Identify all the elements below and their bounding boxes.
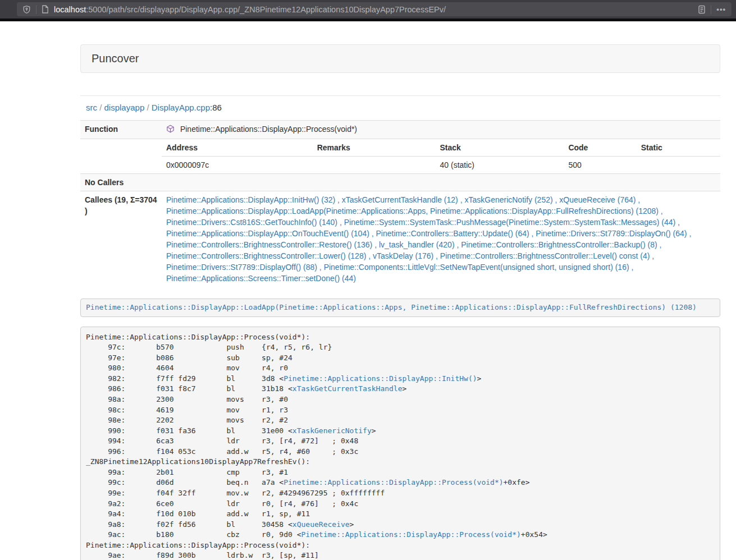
code-value: 500	[564, 157, 636, 174]
callee-link[interactable]: Pinetime::Applications::DisplayApp::OnTo…	[166, 229, 369, 238]
breadcrumb-separator: /	[144, 103, 152, 112]
metrics-cell: Address Remarks Stack Code Static 0x0000…	[162, 139, 720, 174]
metrics-row: Address Remarks Stack Code Static 0x0000…	[80, 139, 720, 174]
callee-separator: ,	[636, 195, 640, 204]
callee-separator: ,	[335, 195, 342, 204]
reader-mode-icon[interactable]	[698, 5, 706, 14]
breadcrumb-separator: /	[97, 103, 104, 112]
callee-link[interactable]: Pinetime::Controllers::BrightnessControl…	[461, 240, 657, 249]
address-value: 0x0000097c	[162, 157, 313, 174]
brand-title: Puncover	[92, 52, 139, 65]
callee-link[interactable]: Pinetime::Drivers::Cst816S::GetTouchInfo…	[166, 218, 337, 227]
no-callers-label: No Callers	[80, 174, 162, 191]
callee-separator: ,	[372, 240, 379, 249]
assembly-symbol-link[interactable]: xQueueReceive	[292, 520, 350, 529]
function-name: Pinetime::Applications::DisplayApp::Proc…	[180, 125, 357, 134]
function-name-cell: Pinetime::Applications::DisplayApp::Proc…	[162, 121, 720, 139]
callee-link[interactable]: Pinetime::Controllers::BrightnessControl…	[166, 251, 366, 260]
callees-row: Callees (19, Σ=3704 ) Pinetime::Applicat…	[80, 191, 720, 287]
snippet-box: Pinetime::Applications::DisplayApp::Load…	[80, 299, 720, 317]
callee-link[interactable]: Pinetime::Controllers::Battery::Update()…	[376, 229, 529, 238]
callees-label: Callees (19, Σ=3704 )	[80, 191, 162, 287]
function-row: Function Pinetime::Applications::Display…	[80, 121, 720, 139]
cube-icon	[166, 126, 177, 135]
urlbar-divider	[36, 5, 36, 14]
function-label: Function	[80, 121, 162, 139]
no-callers-row: No Callers	[80, 174, 720, 191]
brand-panel: Puncover	[80, 44, 720, 73]
urlbar-divider-2	[711, 5, 711, 14]
callee-link[interactable]: vTaskDelay (176)	[373, 251, 433, 260]
callee-link[interactable]: Pinetime::Applications::DisplayApp::Load…	[166, 206, 659, 215]
assembly-symbol-link[interactable]: Pinetime::Applications::DisplayApp::Init…	[284, 374, 477, 383]
callee-link[interactable]: Pinetime::Drivers::St7789::DisplayOff() …	[166, 263, 317, 272]
callee-link[interactable]: xQueueReceive (764)	[559, 195, 636, 204]
column-header-remarks: Remarks	[313, 139, 436, 157]
callee-separator: ,	[629, 263, 634, 272]
callee-link[interactable]: lv_task_handler (420)	[379, 240, 455, 249]
callee-link[interactable]: xTaskGenericNotify (252)	[464, 195, 552, 204]
symbol-table: Function Pinetime::Applications::Display…	[80, 120, 720, 287]
column-header-address: Address	[162, 139, 313, 157]
url-text: localhost:5000/path/src/displayapp/Displ…	[54, 5, 693, 14]
callee-separator: ,	[458, 195, 465, 204]
breadcrumb-link[interactable]: DisplayApp.cpp	[152, 103, 210, 112]
callee-separator: ,	[687, 229, 692, 238]
callee-separator: ,	[317, 263, 324, 272]
callees-cell: Pinetime::Applications::DisplayApp::Init…	[162, 191, 720, 287]
url-host: localhost	[54, 5, 86, 14]
divider	[80, 95, 720, 96]
callee-separator: ,	[657, 240, 662, 249]
column-header-static: Static	[637, 139, 720, 157]
url-bar[interactable]: localhost:5000/path/src/displayapp/Displ…	[17, 2, 732, 16]
assembly-symbol-link[interactable]: xTaskGenericNotify	[292, 426, 372, 435]
page-info-icon[interactable]	[42, 5, 49, 13]
column-header-stack: Stack	[436, 139, 564, 157]
breadcrumb-link[interactable]: src	[86, 103, 97, 112]
chrome-bottom-strip	[0, 19, 736, 21]
stack-value: 40 (static)	[436, 157, 564, 174]
remarks-value	[313, 157, 436, 174]
browser-toolbar: localhost:5000/path/src/displayapp/Displ…	[0, 0, 736, 19]
callee-separator: ,	[675, 218, 680, 227]
callee-separator: ,	[553, 195, 560, 204]
snippet-link[interactable]: Pinetime::Applications::DisplayApp::Load…	[86, 303, 697, 311]
page-container: Puncover src / displayapp / DisplayApp.c…	[80, 44, 720, 560]
callee-link[interactable]: Pinetime::Components::LittleVgl::SetNewT…	[324, 263, 629, 272]
breadcrumb-line-number: :86	[210, 103, 222, 112]
column-header-code: Code	[564, 139, 636, 157]
callee-separator: ,	[337, 218, 344, 227]
assembly-symbol-link[interactable]: Pinetime::Applications::DisplayApp::Proc…	[284, 478, 503, 486]
assembly-symbol-link[interactable]: Pinetime::Applications::DisplayApp::Proc…	[301, 530, 521, 539]
callee-link[interactable]: Pinetime::Controllers::BrightnessControl…	[166, 240, 372, 249]
breadcrumb-link[interactable]: displayapp	[104, 103, 145, 112]
assembly-symbol-link[interactable]: xTaskGetCurrentTaskHandle	[292, 384, 403, 393]
static-value	[637, 157, 720, 174]
metrics-values-row: 0x0000097c 40 (static) 500	[162, 157, 720, 174]
breadcrumb: src / displayapp / DisplayApp.cpp:86	[80, 102, 720, 113]
callee-separator: ,	[433, 251, 440, 260]
no-callers-cell	[162, 174, 720, 191]
assembly-pre: Pinetime::Applications::DisplayApp::Proc…	[80, 327, 720, 560]
callee-link[interactable]: Pinetime::Applications::DisplayApp::Init…	[166, 195, 335, 204]
metrics-row-label	[80, 139, 162, 174]
url-path: :5000/path/src/displayapp/DisplayApp.cpp…	[86, 5, 446, 14]
callee-separator: ,	[529, 229, 536, 238]
callee-separator: ,	[369, 229, 376, 238]
callee-separator: ,	[659, 206, 663, 215]
callee-link[interactable]: xTaskGetCurrentTaskHandle (12)	[342, 195, 458, 204]
callee-separator: ,	[650, 251, 654, 260]
callee-link[interactable]: Pinetime::Controllers::BrightnessControl…	[440, 251, 650, 260]
callee-link[interactable]: Pinetime::Drivers::St7789::DisplayOn() (…	[536, 229, 687, 238]
callee-separator: ,	[366, 251, 373, 260]
callee-link[interactable]: Pinetime::System::SystemTask::PushMessag…	[344, 218, 676, 227]
callee-separator: ,	[455, 240, 461, 249]
metrics-table: Address Remarks Stack Code Static 0x0000…	[162, 139, 720, 173]
shield-icon[interactable]	[22, 5, 31, 14]
callee-link[interactable]: Pinetime::Applications::Screens::Timer::…	[166, 274, 356, 283]
overflow-menu-icon[interactable]: •••	[716, 6, 726, 13]
